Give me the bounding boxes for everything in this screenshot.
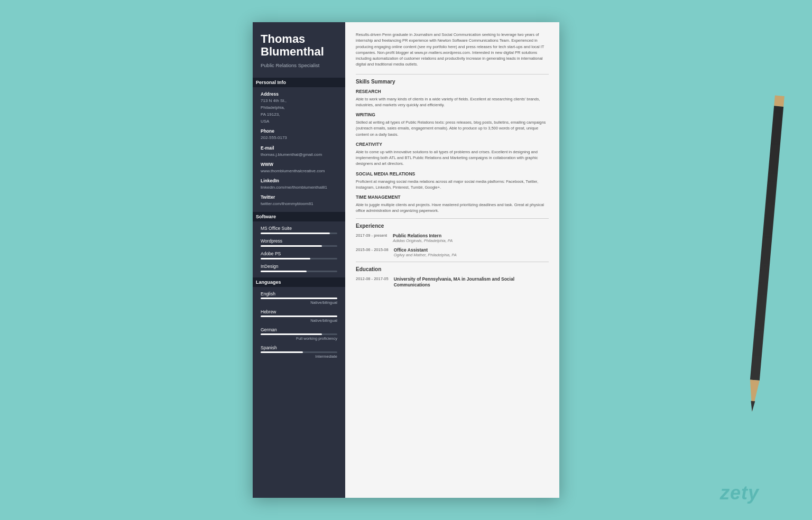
language-name: German bbox=[261, 327, 337, 332]
skill-bar-fill bbox=[261, 233, 330, 234]
exp-company: Ogilvy and Mather, Philadelphia, PA bbox=[394, 253, 457, 257]
skill-bar-bg bbox=[261, 245, 337, 247]
exp-title: Office Assistant bbox=[394, 247, 457, 253]
experience-list: 2017-09 - present Public Relations Inter… bbox=[356, 233, 549, 257]
experience-title: Experience bbox=[356, 223, 549, 229]
address-line2: Philadelphia, bbox=[261, 105, 337, 110]
skills-list: RESEARCH Able to work with many kinds of… bbox=[356, 89, 549, 214]
address-line4: USA bbox=[261, 118, 337, 124]
software-skill-item: Adobe PS bbox=[261, 251, 337, 259]
skill-section-title: RESEARCH bbox=[356, 89, 549, 94]
twitter-value: twitter.com/thommybloom81 bbox=[261, 201, 337, 207]
skill-section: SOCIAL MEDIA RELATIONS Proficient at man… bbox=[356, 171, 549, 191]
education-item: 2012-08 - 2017-05 University of Pennsylv… bbox=[356, 276, 549, 289]
skill-section: WRITING Skilled at writing all types of … bbox=[356, 112, 549, 137]
zety-watermark: zety bbox=[720, 482, 759, 504]
resume-sidebar: Thomas Blumenthal Public Relations Speci… bbox=[253, 22, 345, 498]
language-item: English Native/bilingual bbox=[261, 291, 337, 305]
address-label: Address bbox=[261, 91, 337, 97]
exp-title: Public Relations Intern bbox=[393, 233, 453, 238]
www-value: www.thomblumenthalcreative.com bbox=[261, 168, 337, 174]
address-line3: PA 19123, bbox=[261, 112, 337, 117]
language-level: Native/bilingual bbox=[261, 300, 337, 305]
language-item: German Full working proficiency bbox=[261, 327, 337, 341]
skill-bar-bg bbox=[261, 258, 337, 259]
edu-dates: 2012-08 - 2017-05 bbox=[356, 276, 389, 289]
skill-bar-bg bbox=[261, 271, 337, 272]
lang-bar-fill bbox=[261, 315, 337, 317]
summary-text: Results-driven Penn graduate in Journali… bbox=[356, 32, 549, 68]
software-skill-item: MS Office Suite bbox=[261, 226, 337, 234]
software-skill-name: Adobe PS bbox=[261, 251, 337, 256]
lang-bar-bg bbox=[261, 298, 337, 299]
skill-section-title: TIME MANAGEMENT bbox=[356, 194, 549, 200]
skills-summary-title: Skills Summary bbox=[356, 79, 549, 85]
address-line1: 713 N 4th St., bbox=[261, 98, 337, 104]
software-skill-name: InDesign bbox=[261, 264, 337, 269]
divider-1 bbox=[356, 74, 549, 75]
skill-description: Able to come up with innovative solution… bbox=[356, 149, 549, 167]
candidate-title: Public Relations Specialist bbox=[261, 62, 337, 69]
language-level: Native/bilingual bbox=[261, 318, 337, 323]
skill-bar-fill bbox=[261, 245, 322, 247]
candidate-name: Thomas Blumenthal bbox=[261, 33, 337, 58]
resume-document: Thomas Blumenthal Public Relations Speci… bbox=[253, 22, 559, 498]
skill-section-title: SOCIAL MEDIA RELATIONS bbox=[356, 171, 549, 177]
skill-bar-fill bbox=[261, 258, 310, 259]
exp-details: Public Relations Intern Adidas Originals… bbox=[393, 233, 453, 243]
skill-section-title: CREATIVITY bbox=[356, 142, 549, 147]
lang-bar-bg bbox=[261, 315, 337, 317]
exp-dates: 2017-09 - present bbox=[356, 233, 387, 243]
skill-description: Skilled at writing all types of Public R… bbox=[356, 119, 549, 137]
exp-details: Office Assistant Ogilvy and Mather, Phil… bbox=[394, 247, 457, 257]
lang-bar-bg bbox=[261, 351, 337, 353]
education-list: 2012-08 - 2017-05 University of Pennsylv… bbox=[356, 276, 549, 289]
lang-bar-fill bbox=[261, 351, 303, 353]
edu-degree: University of Pennsylvania, MA in Journa… bbox=[394, 276, 549, 289]
linkedin-value: linkedin.com/me/thomblumenthal81 bbox=[261, 184, 337, 190]
phone-label: Phone bbox=[261, 128, 337, 134]
lang-bar-bg bbox=[261, 333, 337, 335]
email-value: thomas.j.blumenthal@gmail.com bbox=[261, 152, 337, 157]
skill-bar-fill bbox=[261, 271, 307, 272]
phone-value: 202-555-0173 bbox=[261, 135, 337, 141]
language-item: Spanish Intermediate bbox=[261, 345, 337, 359]
language-name: Spanish bbox=[261, 345, 337, 350]
experience-item: 2017-09 - present Public Relations Inter… bbox=[356, 233, 549, 243]
skill-section: TIME MANAGEMENT Able to juggle multiple … bbox=[356, 194, 549, 214]
exp-company: Adidas Originals, Philadelphia, PA bbox=[393, 238, 453, 243]
pencil-decoration bbox=[746, 106, 783, 422]
email-label: E-mail bbox=[261, 145, 337, 151]
language-level: Full working proficiency bbox=[261, 336, 337, 341]
software-skill-item: Wordpress bbox=[261, 238, 337, 247]
resume-main: Results-driven Penn graduate in Journali… bbox=[345, 22, 559, 498]
skill-section-title: WRITING bbox=[356, 112, 549, 117]
exp-dates: 2015-06 - 2015-08 bbox=[356, 247, 389, 257]
software-skill-name: MS Office Suite bbox=[261, 226, 337, 231]
skill-description: Able to juggle multiple clients and proj… bbox=[356, 202, 549, 214]
language-level: Intermediate bbox=[261, 354, 337, 359]
experience-item: 2015-06 - 2015-08 Office Assistant Ogilv… bbox=[356, 247, 549, 257]
software-header: Software bbox=[253, 212, 345, 221]
skill-description: Proficient at managing social media rela… bbox=[356, 179, 549, 191]
skill-section: RESEARCH Able to work with many kinds of… bbox=[356, 89, 549, 108]
education-title: Education bbox=[356, 266, 549, 272]
software-skill-item: InDesign bbox=[261, 264, 337, 272]
languages-header: Languages bbox=[253, 277, 345, 287]
language-name: English bbox=[261, 291, 337, 296]
personal-info-header: Personal Info bbox=[253, 78, 345, 87]
skill-section: CREATIVITY Able to come up with innovati… bbox=[356, 142, 549, 167]
language-name: Hebrew bbox=[261, 309, 337, 314]
software-skills-list: MS Office Suite Wordpress Adobe PS InDes… bbox=[261, 226, 337, 272]
divider-3 bbox=[356, 262, 549, 262]
skill-bar-bg bbox=[261, 233, 337, 234]
linkedin-label: LinkedIn bbox=[261, 178, 337, 183]
skill-description: Able to work with many kinds of clients … bbox=[356, 96, 549, 108]
www-label: WWW bbox=[261, 162, 337, 167]
divider-2 bbox=[356, 218, 549, 219]
lang-bar-fill bbox=[261, 333, 322, 335]
software-skill-name: Wordpress bbox=[261, 238, 337, 244]
lang-bar-fill bbox=[261, 298, 337, 299]
languages-list: English Native/bilingual Hebrew Native/b… bbox=[261, 291, 337, 359]
language-item: Hebrew Native/bilingual bbox=[261, 309, 337, 323]
